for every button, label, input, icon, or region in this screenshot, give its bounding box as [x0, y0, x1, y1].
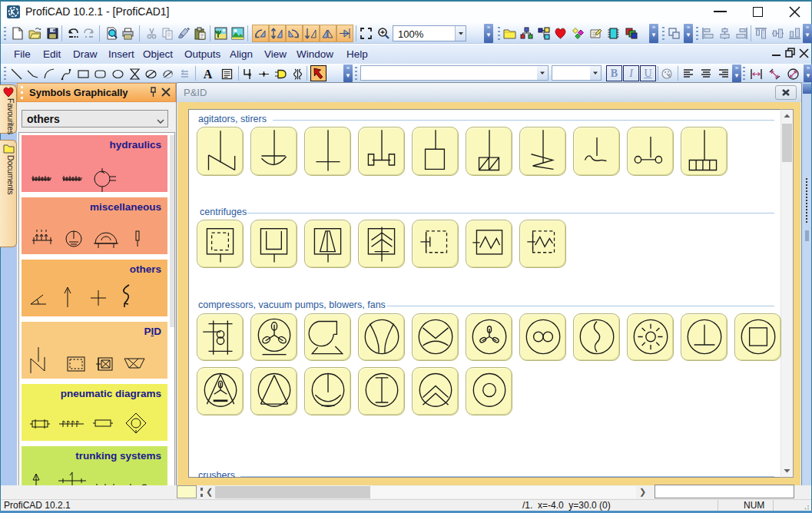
svg-text:A: A	[204, 68, 213, 81]
